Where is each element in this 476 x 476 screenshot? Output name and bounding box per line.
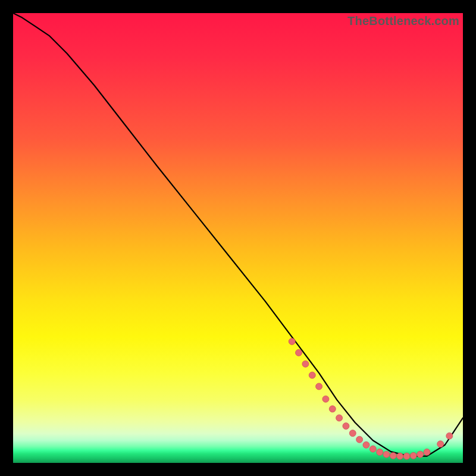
curve-marker xyxy=(309,372,315,378)
curve-marker xyxy=(410,452,416,459)
bottleneck-curve xyxy=(13,13,463,456)
curve-marker xyxy=(390,452,396,459)
curve-markers xyxy=(289,338,453,459)
curve-marker xyxy=(329,406,336,412)
curve-marker xyxy=(316,383,322,390)
curve-marker xyxy=(424,449,430,455)
curve-marker xyxy=(417,451,424,458)
curve-marker xyxy=(383,451,390,458)
curve-marker xyxy=(296,349,302,356)
curve-marker xyxy=(397,453,403,459)
curve-marker xyxy=(363,441,369,448)
curve-marker xyxy=(343,423,349,430)
curve-marker xyxy=(369,446,376,452)
curve-marker xyxy=(289,338,295,345)
curve-marker xyxy=(403,453,410,459)
curve-marker xyxy=(377,449,383,455)
chart-svg xyxy=(13,13,463,463)
curve-marker xyxy=(446,433,453,439)
curve-marker xyxy=(322,396,329,402)
curve-marker xyxy=(336,415,343,421)
curve-marker xyxy=(437,441,444,447)
curve-marker xyxy=(356,436,363,443)
curve-marker xyxy=(349,430,356,437)
curve-marker xyxy=(302,361,309,367)
chart-frame: TheBottleneck.com xyxy=(13,13,463,463)
watermark-text: TheBottleneck.com xyxy=(347,14,459,28)
